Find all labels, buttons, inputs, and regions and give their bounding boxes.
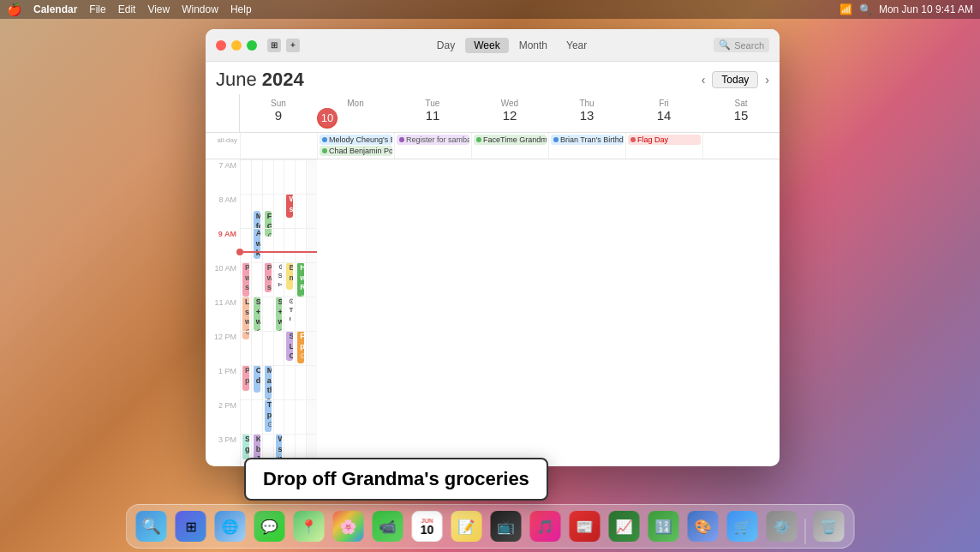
dock-safari[interactable]: 🌐 — [212, 508, 248, 544]
day-col-fri: Hike with Rigo ⊙ 7887 Redwood Rd, Castr.… — [295, 159, 306, 466]
menu-view[interactable]: View — [147, 3, 170, 15]
dock-news[interactable]: 📰 — [567, 508, 603, 544]
day-header-mon: Mon 10 — [317, 94, 394, 132]
menubar-left: 🍎 Calendar File Edit View Window Help — [7, 3, 252, 16]
sidebar-toggle[interactable]: ⊞ — [267, 39, 281, 52]
add-event-button[interactable]: + — [286, 39, 300, 52]
tab-year[interactable]: Year — [558, 38, 595, 53]
dock-systemprefs[interactable]: ⚙️ — [764, 508, 800, 544]
dock-keynote[interactable]: 🎨 — [685, 508, 721, 544]
time-11am: 11 AM — [206, 297, 240, 331]
allday-label: all-day — [206, 133, 240, 159]
menubar-time: Mon Jun 10 9:41 AM — [879, 3, 973, 15]
time-12pm: 12 PM — [206, 331, 240, 365]
event-couch-delivery[interactable]: Couch delivery — [254, 365, 260, 393]
dock-launchpad[interactable]: ⊞ — [173, 508, 209, 544]
event-restaurant[interactable]: Meet at the restaurant ⊙ 200 Jackson St,… — [265, 365, 272, 399]
event-weekly-status[interactable]: Weekly status — [286, 194, 293, 218]
tab-month[interactable]: Month — [511, 38, 556, 53]
fullscreen-button[interactable] — [247, 40, 257, 51]
dock-trash[interactable]: 🗑️ — [811, 508, 847, 544]
allday-thu: Brian Tran's Birthday — [548, 133, 625, 159]
event-birthday-card[interactable]: ⊙ Send birthday card to A... — [276, 262, 283, 286]
dock-maps[interactable]: 📍 — [291, 508, 327, 544]
allday-event-chad[interactable]: Chad Benjamin Potter... — [320, 146, 392, 156]
event-stretching-mon[interactable]: Stretching + weights ⊙ 11AM – 9PM — [254, 297, 260, 331]
event-artist-workshop[interactable]: Artist workshop kickoff! ⊙ 9 – 10AM — [254, 228, 260, 259]
menu-edit[interactable]: Edit — [118, 3, 136, 15]
dock-photos[interactable]: 🌸 — [331, 508, 367, 544]
allday-wed: FaceTime Grandma — [471, 133, 548, 159]
event-singing[interactable]: Singing group — [242, 434, 249, 459]
dock-finder[interactable]: 🔍 — [134, 508, 170, 544]
allday-fri: Flag Day — [625, 133, 702, 159]
event-keynote[interactable]: Keynote by Jasmine — [254, 434, 260, 459]
day-header-wed: Wed 12 — [471, 94, 548, 132]
time-1pm: 1 PM — [206, 365, 240, 399]
day-col-tue: FaceTime Grandma ⊙ 8:30 – 9:30AM Portfol… — [262, 159, 273, 466]
search-icon: 🔍 — [719, 39, 731, 51]
day-headers: Sun 9 Mon 10 Tue 11 Wed 12 Thu 13 — [206, 94, 780, 133]
allday-event-facetime[interactable]: FaceTime Grandma — [474, 135, 547, 145]
menu-help[interactable]: Help — [230, 3, 252, 15]
menu-file[interactable]: File — [89, 3, 105, 15]
event-portfolio-sun[interactable]: Portfolio work session — [242, 262, 249, 297]
event-stretching-thu[interactable]: Stretching + weights ⊙ 11AM – 9PM — [276, 297, 283, 331]
event-family-picnic[interactable]: Family picnic ⊙ 12 – 2PM — [297, 331, 304, 363]
dock-calendar[interactable]: JUN 10 — [409, 508, 445, 544]
event-writing[interactable]: Writing session with Or... — [276, 434, 283, 459]
dock-numbers[interactable]: 🔢 — [646, 508, 682, 544]
time-9am: 9 AM — [206, 228, 240, 262]
time-2pm: 2 PM — [206, 399, 240, 434]
event-vet[interactable]: ⊙ Take Luna to the vet — [286, 297, 293, 321]
view-tabs: Day Week Month Year — [428, 38, 595, 53]
allday-sun — [240, 133, 317, 159]
dock-stocks[interactable]: 📈 — [607, 508, 642, 544]
allday-sat — [702, 133, 780, 159]
search-placeholder: Search — [734, 40, 764, 51]
allday-event-brian[interactable]: Brian Tran's Birthday — [551, 135, 624, 145]
today-button[interactable]: Today — [712, 71, 758, 88]
titlebar: ⊞ + Day Week Month Year 🔍 Search — [206, 29, 780, 62]
allday-event-melody[interactable]: Melody Cheung's Birt... — [320, 135, 392, 145]
tab-week[interactable]: Week — [465, 38, 508, 53]
event-budget[interactable]: Budget meeting — [286, 262, 293, 290]
minimize-button[interactable] — [231, 40, 242, 51]
allday-row: all-day Melody Cheung's Birt... Chad Ben… — [206, 133, 780, 159]
event-facetime-tue[interactable]: FaceTime Grandma ⊙ 8:30 – 9:30AM — [265, 211, 272, 237]
day-col-wed: ⊙ Send birthday card to A... Stretching … — [273, 159, 284, 466]
allday-event-samba[interactable]: Register for samba class — [397, 135, 469, 145]
event-leadership[interactable]: Leadership skills workshop ⊙ 11AM – 12PM — [242, 297, 249, 339]
search-menubar-icon[interactable]: 🔍 — [859, 3, 872, 15]
day-col-mon: Meet for coffee Artist workshop kickoff!… — [251, 159, 262, 466]
dock-notes[interactable]: 📝 — [449, 508, 485, 544]
event-presentation-sun[interactable]: Presentation prep — [242, 365, 249, 391]
traffic-lights — [216, 40, 257, 51]
allday-event-flagday[interactable]: Flag Day — [628, 135, 701, 145]
tab-day[interactable]: Day — [428, 38, 463, 53]
dock-tv[interactable]: 📺 — [488, 508, 524, 544]
close-button[interactable] — [216, 40, 226, 51]
day-header-thu: Thu 13 — [548, 94, 625, 132]
next-week-button[interactable]: › — [765, 73, 769, 87]
prev-week-button[interactable]: ‹ — [702, 73, 706, 87]
event-team-presentation[interactable]: Team presentation ⊙ 2 – 3PM — [265, 399, 272, 432]
dock-messages[interactable]: 💬 — [252, 508, 288, 544]
dock-facetime[interactable]: 📹 — [370, 508, 406, 544]
dock-music[interactable]: 🎵 — [528, 508, 564, 544]
apple-menu[interactable]: 🍎 — [7, 3, 21, 16]
allday-tue: Register for samba class — [394, 133, 471, 159]
dock-appstore[interactable]: 🛒 — [725, 508, 761, 544]
menu-window[interactable]: Window — [182, 3, 218, 15]
search-box[interactable]: 🔍 Search — [714, 38, 769, 52]
time-10am: 10 AM — [206, 262, 240, 297]
time-grid: 7 AM 8 AM 9 AM 10 AM 11 AM 12 PM 1 PM 2 … — [206, 159, 780, 466]
event-portfolio-tue[interactable]: Portfolio work session — [265, 262, 272, 292]
event-hike[interactable]: Hike with Rigo ⊙ 7887 Redwood Rd, Castr.… — [297, 262, 304, 297]
app-menu-calendar[interactable]: Calendar — [33, 3, 77, 15]
day-col-thu: Budget meeting ⊙ Take Luna to the vet Si… — [284, 159, 295, 466]
day-col-sat — [306, 159, 317, 466]
dock-divider — [805, 519, 806, 544]
event-sign-language[interactable]: Sign Language Club ⊙ 12 – 2PM — [286, 331, 293, 361]
time-3pm: 3 PM — [206, 434, 240, 466]
